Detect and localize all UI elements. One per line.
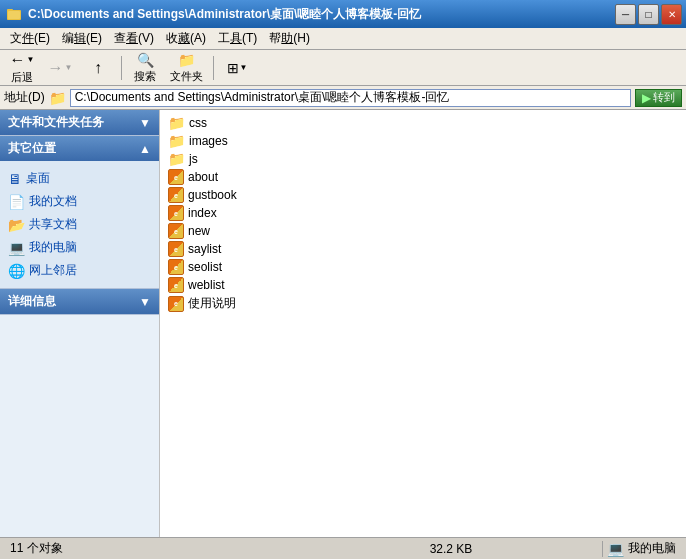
places-my-computer[interactable]: 💻 我的电脑 [4,236,155,259]
file-name: js [189,152,198,166]
file-item-index[interactable]: e index [164,204,682,222]
forward-button[interactable]: → ▼ [42,53,78,83]
desktop-icon: 🖥 [8,171,22,187]
shared-documents-icon: 📂 [8,217,25,233]
places-shared-documents-label: 共享文档 [29,216,77,233]
address-label: 地址(D) [4,89,45,106]
forward-icon: → [48,59,64,77]
file-item-usage[interactable]: e 使用说明 [164,294,682,313]
left-panel: 文件和文件夹任务 ▼ 其它位置 ▲ 🖥 桌面 📄 我的文档 📂 [0,110,160,537]
html-file-icon: e [168,169,184,185]
details-section-title: 详细信息 [8,293,56,310]
places-section-header[interactable]: 其它位置 ▲ [0,136,159,161]
tasks-collapse-icon: ▼ [139,116,151,130]
file-name: seolist [188,260,222,274]
minimize-button[interactable]: ─ [615,4,636,25]
file-name: 使用说明 [188,295,236,312]
up-icon: ↑ [94,59,102,77]
title-text: C:\Documents and Settings\Administrator\… [28,6,421,23]
folder-window-icon [6,6,22,22]
computer-status-icon: 💻 [607,541,624,557]
search-button[interactable]: 🔍 搜索 [127,53,163,83]
places-network[interactable]: 🌐 网上邻居 [4,259,155,282]
menu-view[interactable]: 查看(V) [108,28,160,49]
toolbar-separator-1 [121,56,122,80]
menu-file[interactable]: 文件(E) [4,28,56,49]
html-file-icon: e [168,296,184,312]
search-label: 搜索 [134,69,156,84]
html-file-icon: e [168,223,184,239]
my-computer-icon: 💻 [8,240,25,256]
menu-edit[interactable]: 编辑(E) [56,28,108,49]
file-item-weblist[interactable]: e weblist [164,276,682,294]
address-input[interactable] [70,89,631,107]
back-label: 后退 [11,70,33,85]
status-divider [602,541,603,557]
my-documents-icon: 📄 [8,194,25,210]
folders-label: 文件夹 [170,69,203,84]
status-count: 11 个对象 [4,540,304,557]
network-icon: 🌐 [8,263,25,279]
file-name: images [189,134,228,148]
html-file-icon: e [168,277,184,293]
places-collapse-icon: ▲ [139,142,151,156]
status-computer: 💻 我的电脑 [607,540,682,557]
close-button[interactable]: ✕ [661,4,682,25]
file-name: gustbook [188,188,237,202]
file-name: index [188,206,217,220]
details-section-header[interactable]: 详细信息 ▼ [0,289,159,314]
status-size: 32.2 KB [304,542,598,556]
up-button[interactable]: ↑ [80,53,116,83]
tasks-section-header[interactable]: 文件和文件夹任务 ▼ [0,110,159,135]
places-my-computer-label: 我的电脑 [29,239,77,256]
file-item-saylist[interactable]: e saylist [164,240,682,258]
go-arrow-icon: ▶ [642,91,651,105]
folders-icon: 📁 [178,52,195,68]
views-button[interactable]: ⊞ ▼ [219,53,255,83]
go-button[interactable]: ▶ 转到 [635,89,682,107]
places-shared-documents[interactable]: 📂 共享文档 [4,213,155,236]
places-section-content: 🖥 桌面 📄 我的文档 📂 共享文档 💻 我的电脑 🌐 网上邻居 [0,161,159,288]
menu-favorites[interactable]: 收藏(A) [160,28,212,49]
html-file-icon: e [168,259,184,275]
folder-icon: 📁 [168,115,185,131]
menu-help[interactable]: 帮助(H) [263,28,316,49]
main-area: 文件和文件夹任务 ▼ 其它位置 ▲ 🖥 桌面 📄 我的文档 📂 [0,110,686,537]
tasks-section: 文件和文件夹任务 ▼ [0,110,159,136]
views-dropdown-arrow: ▼ [240,63,248,72]
file-list: 📁 css 📁 images 📁 js e about e gustbook e… [160,110,686,537]
html-file-icon: e [168,187,184,203]
places-desktop-label: 桌面 [26,170,50,187]
places-network-label: 网上邻居 [29,262,77,279]
status-bar: 11 个对象 32.2 KB 💻 我的电脑 [0,537,686,559]
file-item-images[interactable]: 📁 images [164,132,682,150]
file-item-js[interactable]: 📁 js [164,150,682,168]
menu-tools[interactable]: 工具(T) [212,28,263,49]
details-section: 详细信息 ▼ [0,289,159,315]
places-desktop[interactable]: 🖥 桌面 [4,167,155,190]
file-item-css[interactable]: 📁 css [164,114,682,132]
file-item-seolist[interactable]: e seolist [164,258,682,276]
forward-dropdown-arrow: ▼ [65,63,73,72]
tasks-section-title: 文件和文件夹任务 [8,114,104,131]
menu-bar: 文件(E) 编辑(E) 查看(V) 收藏(A) 工具(T) 帮助(H) [0,28,686,50]
title-bar: C:\Documents and Settings\Administrator\… [0,0,686,28]
search-icon: 🔍 [137,52,154,68]
places-my-documents-label: 我的文档 [29,193,77,210]
file-name: about [188,170,218,184]
maximize-button[interactable]: □ [638,4,659,25]
views-icon: ⊞ [227,60,239,76]
file-item-new[interactable]: e new [164,222,682,240]
file-item-gustbook[interactable]: e gustbook [164,186,682,204]
title-bar-left: C:\Documents and Settings\Administrator\… [6,6,421,23]
status-computer-label: 我的电脑 [628,540,676,557]
html-file-icon: e [168,205,184,221]
folders-button[interactable]: 📁 文件夹 [165,53,208,83]
details-collapse-icon: ▼ [139,295,151,309]
back-button[interactable]: ← ▼ 后退 [4,53,40,83]
back-icon: ← [10,51,26,69]
file-item-about[interactable]: e about [164,168,682,186]
address-folder-icon: 📁 [49,90,66,106]
places-my-documents[interactable]: 📄 我的文档 [4,190,155,213]
file-name: saylist [188,242,221,256]
